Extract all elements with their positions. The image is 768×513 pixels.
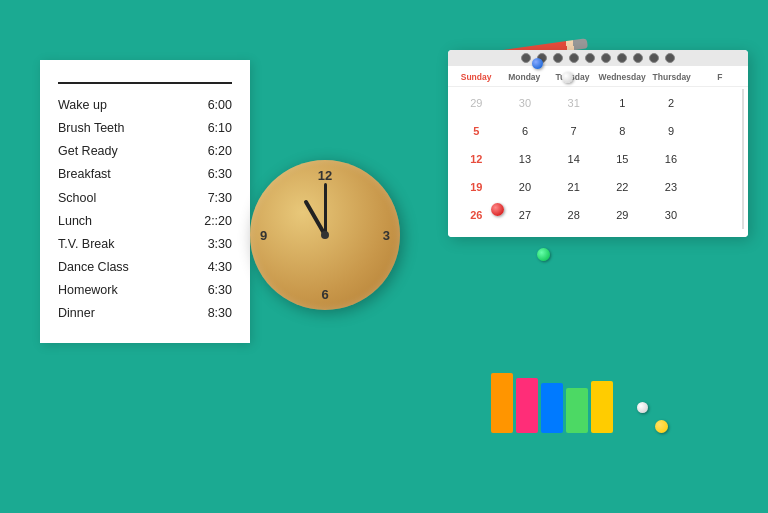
activity-name: Brush Teeth — [58, 117, 124, 140]
calendar-cell: 7 — [549, 117, 598, 145]
activity-name: Get Ready — [58, 140, 118, 163]
activity-time: 6:20 — [192, 140, 232, 163]
calendar-cell: 20 — [501, 173, 550, 201]
spiral-dot — [569, 53, 579, 63]
schedule-row: School7:30 — [58, 187, 232, 210]
activity-name: Breakfast — [58, 163, 111, 186]
sticky-green — [566, 388, 588, 433]
pin-blue-1 — [532, 58, 543, 69]
activity-time: 6:10 — [192, 117, 232, 140]
schedule-list: Wake up6:00Brush Teeth6:10Get Ready6:20B… — [58, 94, 232, 325]
schedule-row: Dance Class4:30 — [58, 256, 232, 279]
center-dot — [321, 231, 329, 239]
calendar-day-header: Sunday — [452, 70, 500, 84]
activity-time: 2::20 — [192, 210, 232, 233]
pin-red-1 — [491, 203, 504, 216]
activity-name: Wake up — [58, 94, 107, 117]
schedule-row: Lunch2::20 — [58, 210, 232, 233]
spiral-dot — [649, 53, 659, 63]
calendar-cell — [695, 201, 744, 229]
sticky-orange — [491, 373, 513, 433]
calendar-cell: 28 — [549, 201, 598, 229]
calendar-cell: 19 — [452, 173, 501, 201]
schedule-title — [58, 76, 232, 84]
calendar-cell: 29 — [452, 89, 501, 117]
activity-time: 6:30 — [192, 279, 232, 302]
schedule-row: Brush Teeth6:10 — [58, 117, 232, 140]
spiral-dot — [633, 53, 643, 63]
calendar-cell: 1 — [598, 89, 647, 117]
calendar-cell: 21 — [549, 173, 598, 201]
activity-name: T.V. Break — [58, 233, 115, 256]
activity-time: 3:30 — [192, 233, 232, 256]
minute-hand — [324, 183, 327, 235]
schedule-row: Get Ready6:20 — [58, 140, 232, 163]
calendar-cell — [695, 145, 744, 173]
pin-yellow-1 — [655, 420, 668, 433]
clock-container: 12 3 6 9 — [250, 160, 400, 310]
schedule-card: Wake up6:00Brush Teeth6:10Get Ready6:20B… — [40, 60, 250, 343]
calendar-cell — [695, 89, 744, 117]
calendar-cell: 16 — [647, 145, 696, 173]
calendar-cell: 8 — [598, 117, 647, 145]
sticky-blue — [541, 383, 563, 433]
activity-name: School — [58, 187, 96, 210]
calendar-spiral — [448, 50, 748, 66]
activity-time: 4:30 — [192, 256, 232, 279]
calendar-cell: 9 — [647, 117, 696, 145]
activity-name: Dance Class — [58, 256, 129, 279]
spiral-dot — [601, 53, 611, 63]
schedule-row: T.V. Break3:30 — [58, 233, 232, 256]
calendar-cell: 30 — [647, 201, 696, 229]
calendar-day-header: Monday — [500, 70, 548, 84]
activity-name: Homework — [58, 279, 118, 302]
sticky-pink — [516, 378, 538, 433]
calendar-cell: 27 — [501, 201, 550, 229]
schedule-row: Dinner8:30 — [58, 302, 232, 325]
spiral-dot — [553, 53, 563, 63]
activity-name: Dinner — [58, 302, 95, 325]
activity-time: 6:30 — [192, 163, 232, 186]
calendar-day-header: Wednesday — [597, 70, 648, 84]
activity-time: 7:30 — [192, 187, 232, 210]
spiral-dot — [521, 53, 531, 63]
schedule-row: Wake up6:00 — [58, 94, 232, 117]
calendar-cell: 15 — [598, 145, 647, 173]
calendar-cell: 31 — [549, 89, 598, 117]
calendar-cell — [695, 173, 744, 201]
spiral-dot — [617, 53, 627, 63]
pin-green-1 — [537, 248, 550, 261]
sticky-yellow — [591, 381, 613, 433]
schedule-row: Homework6:30 — [58, 279, 232, 302]
activity-name: Lunch — [58, 210, 92, 233]
spiral-dot — [585, 53, 595, 63]
spiral-dot — [665, 53, 675, 63]
clock-body: 12 3 6 9 — [250, 160, 400, 310]
calendar-day-header: F — [696, 70, 744, 84]
calendar-cell: 29 — [598, 201, 647, 229]
calendar-cell: 23 — [647, 173, 696, 201]
activity-time: 8:30 — [192, 302, 232, 325]
calendar-cell: 13 — [501, 145, 550, 173]
calendar-cell: 2 — [647, 89, 696, 117]
schedule-row: Breakfast6:30 — [58, 163, 232, 186]
calendar-cell: 6 — [501, 117, 550, 145]
calendar-cell: 5 — [452, 117, 501, 145]
activity-time: 6:00 — [192, 94, 232, 117]
calendar-day-header: Thursday — [648, 70, 696, 84]
calendar-header: SundayMondayTuesdayWednesdayThursdayF — [448, 66, 748, 87]
pin-white-2 — [637, 402, 648, 413]
calendar-cell: 22 — [598, 173, 647, 201]
calendar-cell: 12 — [452, 145, 501, 173]
calendar-cell: 14 — [549, 145, 598, 173]
clock-hands — [250, 160, 400, 310]
pin-white-1 — [562, 72, 573, 83]
sticky-tabs — [491, 373, 613, 433]
calendar-cell: 30 — [501, 89, 550, 117]
calendar-cell — [695, 117, 744, 145]
